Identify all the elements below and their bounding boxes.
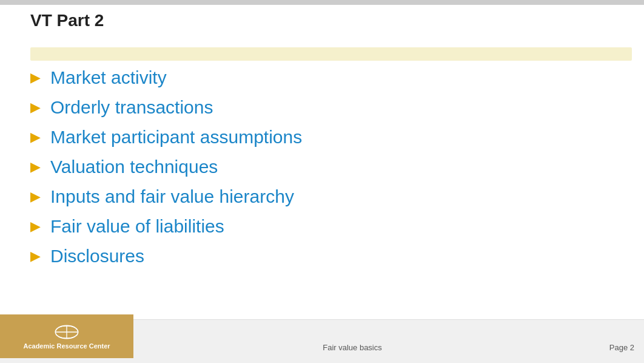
arc-logo-icon [55, 323, 79, 341]
bullet-text-disclosures: Disclosures [50, 244, 144, 268]
footer-right: Page 2 [571, 343, 644, 358]
bullet-text-inputs-fair-value-hierarchy: Inputs and fair value hierarchy [50, 185, 294, 208]
bullet-text-fair-value-liabilities: Fair value of liabilities [50, 214, 224, 238]
bullet-item-fair-value-liabilities[interactable]: ▶Fair value of liabilities [30, 214, 614, 238]
bullet-arrow-disclosures: ▶ [30, 249, 41, 263]
bullet-arrow-fair-value-liabilities: ▶ [30, 220, 41, 233]
footer-arc-label: Academic Resource Center [23, 342, 110, 350]
footer-logo-area: Academic Resource Center [0, 314, 133, 358]
footer-center: Fair value basics [133, 343, 571, 358]
bullet-arrow-orderly-transactions: ▶ [30, 101, 41, 114]
page-title: VT Part 2 [30, 11, 104, 30]
bullet-arrow-inputs-fair-value-hierarchy: ▶ [30, 190, 41, 203]
bullet-arrow-valuation-techniques: ▶ [30, 160, 41, 174]
bullet-text-market-activity: Market activity [50, 66, 167, 89]
bullet-arrow-market-activity: ▶ [30, 71, 41, 84]
yellow-bar [30, 47, 632, 61]
bullet-item-orderly-transactions[interactable]: ▶Orderly transactions [30, 95, 614, 119]
footer: Academic Resource Center Fair value basi… [0, 319, 644, 363]
bullet-item-disclosures[interactable]: ▶Disclosures [30, 244, 614, 268]
footer-page-label: Page 2 [609, 343, 634, 352]
footer-center-text: Fair value basics [323, 343, 382, 352]
bullet-item-inputs-fair-value-hierarchy[interactable]: ▶Inputs and fair value hierarchy [30, 185, 614, 208]
top-border [0, 0, 644, 5]
bullet-arrow-market-participant-assumptions: ▶ [30, 131, 41, 144]
bullet-item-market-activity[interactable]: ▶Market activity [30, 66, 614, 89]
bullet-text-market-participant-assumptions: Market participant assumptions [50, 125, 302, 149]
bullet-item-market-participant-assumptions[interactable]: ▶Market participant assumptions [30, 125, 614, 149]
bullet-text-valuation-techniques: Valuation techniques [50, 155, 218, 178]
bullet-text-orderly-transactions: Orderly transactions [50, 95, 213, 119]
footer-logo-inner: Academic Resource Center [18, 318, 115, 355]
bullet-item-valuation-techniques[interactable]: ▶Valuation techniques [30, 155, 614, 178]
content-area: ▶Market activity▶Orderly transactions▶Ma… [30, 66, 614, 274]
